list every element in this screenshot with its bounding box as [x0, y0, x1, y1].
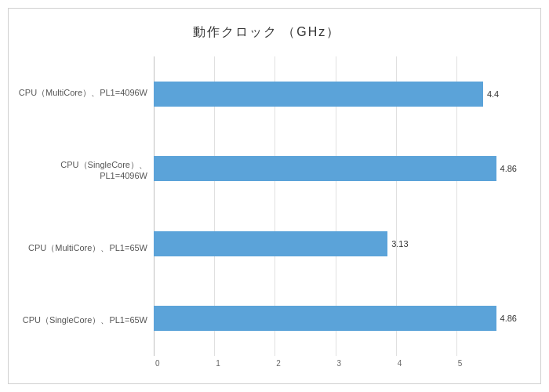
bar-row-1: 4.86: [154, 153, 517, 184]
bar-row-2: 3.13: [154, 228, 517, 260]
x-tick-1: 1: [214, 359, 274, 368]
x-tick-0: 0: [154, 359, 214, 368]
chart-container: 動作クロック （GHz） CPU（MultiCore）、PL1=4096WCPU…: [8, 8, 541, 384]
x-axis: 012345: [154, 359, 517, 368]
bar-row-3: 4.86: [154, 303, 517, 334]
x-tick-5: 5: [456, 359, 517, 368]
y-label-2: CPU（MultiCore）、PL1=65W: [16, 242, 147, 253]
chart-title: 動作クロック （GHz）: [16, 24, 517, 41]
bar-value-1: 4.86: [500, 164, 517, 173]
bar-0: [154, 82, 483, 107]
bar-2: [154, 231, 387, 256]
x-tick-3: 3: [336, 359, 396, 368]
plot-area: 4.44.863.134.86: [154, 56, 517, 356]
x-tick-4: 4: [396, 359, 456, 368]
bar-row-0: 4.4: [154, 78, 517, 110]
y-label-3: CPU（SingleCore）、PL1=65W: [16, 314, 147, 325]
bar-3: [154, 306, 496, 331]
y-axis: CPU（MultiCore）、PL1=4096WCPU（SingleCore）、…: [16, 56, 154, 356]
bar-value-3: 4.86: [500, 314, 517, 323]
bar-1: [154, 156, 496, 181]
x-tick-2: 2: [274, 359, 335, 368]
bar-value-2: 3.13: [391, 239, 408, 249]
bar-value-0: 4.4: [487, 89, 499, 99]
y-label-1: CPU（SingleCore）、PL1=4096W: [16, 159, 147, 182]
y-label-0: CPU（MultiCore）、PL1=4096W: [16, 87, 147, 98]
chart-body: CPU（MultiCore）、PL1=4096WCPU（SingleCore）、…: [16, 56, 517, 356]
